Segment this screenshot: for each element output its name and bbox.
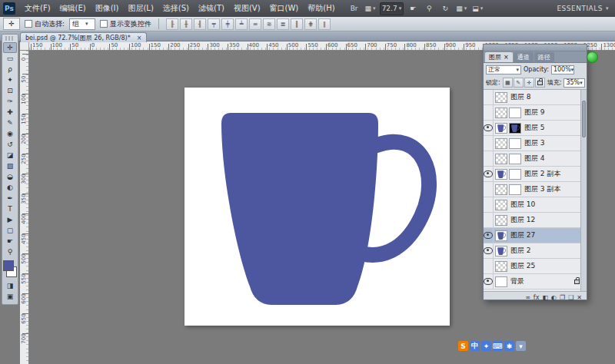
layer-row-9[interactable]: 图层 27: [484, 228, 587, 243]
checkbox-icon[interactable]: [100, 20, 108, 28]
type-tool[interactable]: T: [3, 204, 17, 214]
marquee-tool[interactable]: ▭: [3, 53, 17, 64]
auto-select-checkbox[interactable]: 自动选择:: [25, 19, 65, 29]
layer-row-12[interactable]: 背景: [484, 274, 587, 290]
eyedropper-tool[interactable]: ✑: [3, 96, 17, 107]
menu-item-4[interactable]: 选择(S): [158, 0, 194, 17]
align-left-icon[interactable]: ╟: [166, 18, 178, 30]
layer-row-0[interactable]: 图层 8: [484, 90, 587, 105]
visibility-toggle[interactable]: [484, 182, 494, 197]
keyboard-icon[interactable]: ⌨: [493, 341, 503, 351]
healing-brush-tool[interactable]: ✚: [3, 107, 17, 117]
visibility-toggle[interactable]: [484, 243, 494, 258]
quick-selection-tool[interactable]: ✦: [3, 74, 17, 85]
lock-transparency-icon[interactable]: ▦: [503, 78, 513, 88]
checkbox-icon[interactable]: [25, 20, 32, 28]
brush-tool[interactable]: ✎: [3, 117, 17, 128]
distribute-top-icon[interactable]: ≡: [249, 18, 261, 30]
blur-tool[interactable]: ◒: [3, 171, 17, 182]
menu-item-2[interactable]: 图像(I): [91, 0, 124, 17]
lock-pixels-icon[interactable]: ✎: [514, 78, 524, 88]
opacity-dropdown[interactable]: 100% ▾: [551, 65, 574, 74]
layer-style-icon[interactable]: fx: [534, 294, 540, 301]
distribute-right-icon[interactable]: ∥: [318, 18, 331, 30]
menu-item-5[interactable]: 滤镜(T): [194, 0, 229, 17]
layer-row-1[interactable]: 图层 9: [484, 105, 587, 121]
crop-tool[interactable]: ⊡: [3, 85, 17, 96]
align-vcenter-icon[interactable]: ╪: [221, 18, 234, 30]
layer-row-6[interactable]: 图层 3 副本: [484, 182, 587, 197]
visibility-toggle[interactable]: [484, 274, 494, 289]
view-extras-icon[interactable]: ▦▾: [364, 3, 377, 15]
layer-row-3[interactable]: 图层 3: [484, 136, 587, 151]
zoom-tool-icon[interactable]: ⚲: [422, 3, 436, 15]
pen-tool[interactable]: ✒: [3, 193, 17, 204]
gradient-tool[interactable]: ▧: [3, 160, 17, 171]
visibility-toggle[interactable]: [484, 213, 494, 227]
link-layers-icon[interactable]: ∞: [525, 294, 530, 301]
auto-select-dropdown[interactable]: 组 ▾: [69, 18, 95, 30]
panel-tab-2[interactable]: 路径: [534, 52, 554, 62]
visibility-toggle[interactable]: [484, 121, 494, 135]
layer-row-2[interactable]: 图层 5: [484, 121, 587, 136]
visibility-toggle[interactable]: [484, 105, 494, 120]
align-top-icon[interactable]: ╤: [208, 18, 220, 30]
lasso-tool[interactable]: ρ: [3, 64, 17, 74]
layer-row-7[interactable]: 图层 10: [484, 197, 587, 213]
menu-item-0[interactable]: 文件(F): [20, 0, 55, 17]
visibility-toggle[interactable]: [484, 151, 494, 166]
panel-dock-grip[interactable]: [484, 45, 587, 51]
more-icon[interactable]: ▾: [516, 341, 526, 351]
layer-row-8[interactable]: 图层 12: [484, 213, 587, 228]
menu-item-6[interactable]: 视图(V): [229, 0, 265, 17]
sogou-icon[interactable]: S: [458, 341, 468, 351]
lock-position-icon[interactable]: ✛: [524, 78, 534, 88]
vertical-ruler[interactable]: 0501001502002503003504004505005506006507…: [20, 51, 29, 364]
distribute-vcenter-icon[interactable]: ≋: [263, 18, 275, 30]
adjustment-layer-icon[interactable]: ◐: [551, 294, 557, 301]
path-selection-tool[interactable]: ▶: [3, 214, 17, 225]
visibility-toggle[interactable]: [484, 228, 494, 243]
foreground-color-swatch[interactable]: [3, 260, 14, 271]
fill-dropdown[interactable]: 35% ▾: [563, 78, 584, 88]
distribute-hcenter-icon[interactable]: ⋕: [304, 18, 317, 30]
align-bottom-icon[interactable]: ╧: [235, 18, 248, 30]
zoom-level-box[interactable]: 72.7▾: [380, 2, 404, 15]
history-brush-tool[interactable]: ↺: [3, 139, 17, 150]
screen-mode-button[interactable]: ▣: [3, 291, 17, 302]
scrollbar-thumb[interactable]: [582, 101, 586, 137]
layer-row-4[interactable]: 图层 4: [484, 151, 587, 167]
document-tab[interactable]: bei.psd @ 72.7%(图层 26, RGB/8)* ×: [20, 32, 147, 42]
hand-tool[interactable]: ☛: [3, 236, 17, 247]
menu-item-7[interactable]: 窗口(W): [265, 0, 304, 17]
input-symbol-icon[interactable]: ✦: [481, 341, 491, 351]
panel-tab-1[interactable]: 通道: [514, 52, 534, 62]
layers-scrollbar[interactable]: [580, 90, 587, 291]
clone-stamp-tool[interactable]: ◉: [3, 128, 17, 139]
input-cn-icon[interactable]: 中: [470, 341, 480, 351]
document-canvas[interactable]: [184, 88, 450, 326]
arrange-documents-icon[interactable]: ▦▾: [454, 3, 468, 15]
close-icon[interactable]: ×: [137, 35, 142, 41]
move-tool[interactable]: ✛: [3, 42, 17, 53]
visibility-toggle[interactable]: [484, 259, 494, 273]
workspace-switcher[interactable]: ESSENTIALS ▾: [557, 5, 609, 12]
new-group-icon[interactable]: ❐: [560, 294, 565, 301]
layer-row-10[interactable]: 图层 2: [484, 243, 587, 259]
lock-all-icon[interactable]: [535, 78, 545, 88]
panel-grip[interactable]: [5, 36, 15, 41]
visibility-toggle[interactable]: [484, 167, 494, 181]
quick-mask-button[interactable]: ◨: [3, 280, 17, 291]
layer-row-11[interactable]: 图层 25: [484, 259, 587, 274]
visibility-toggle[interactable]: [484, 136, 494, 151]
shape-tool[interactable]: ▢: [3, 225, 17, 236]
distribute-bottom-icon[interactable]: ≣: [277, 18, 289, 30]
rotate-view-icon[interactable]: ↻: [438, 3, 452, 15]
menu-item-3[interactable]: 图层(L): [123, 0, 158, 17]
distribute-left-icon[interactable]: ‖: [291, 18, 303, 30]
menu-item-8[interactable]: 帮助(H): [303, 0, 339, 17]
layer-row-5[interactable]: 图层 2 副本: [484, 167, 587, 182]
delete-layer-icon[interactable]: ✕: [577, 294, 582, 301]
screen-mode-icon[interactable]: ⬓▾: [470, 3, 484, 15]
visibility-toggle[interactable]: [484, 197, 494, 212]
